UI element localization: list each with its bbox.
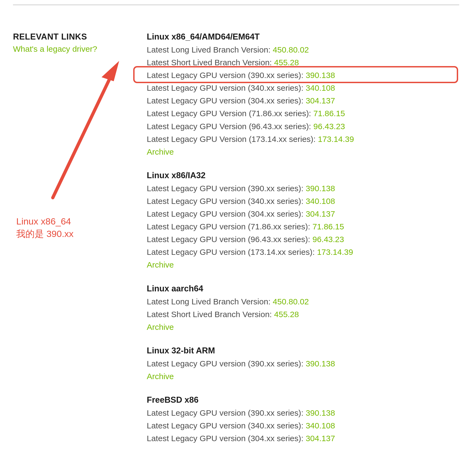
driver-version-link[interactable]: 340.108 [306, 83, 335, 92]
sidebar-title: RELEVANT LINKS [13, 32, 132, 42]
driver-entry: Latest Short Lived Branch Version: 455.2… [147, 308, 445, 321]
driver-entry-label: Latest Legacy GPU Version (173.14.xx ser… [147, 135, 318, 144]
driver-entry-label: Latest Legacy GPU version (71.86.xx seri… [147, 222, 312, 231]
annotation-text: Linux x86_64 我的是 390.xx [16, 215, 74, 240]
driver-entry-label: Latest Legacy GPU Version (96.43.xx seri… [147, 122, 313, 131]
platform-title: Linux x86_64/AMD64/EM64T [147, 32, 445, 42]
annotation-line-2: 我的是 390.xx [16, 228, 74, 240]
driver-version-link[interactable]: 340.108 [306, 197, 335, 206]
driver-entry: Latest Legacy GPU Version (173.14.xx ser… [147, 133, 445, 145]
driver-version-link[interactable]: 96.43.23 [312, 235, 344, 244]
driver-entry-label: Latest Long Lived Branch Version: [147, 45, 273, 54]
driver-entry: Latest Legacy GPU version (304.xx series… [147, 94, 445, 107]
driver-version-link[interactable]: 455.28 [274, 310, 299, 319]
driver-entry: Latest Legacy GPU version (340.xx series… [147, 82, 445, 94]
legacy-driver-link[interactable]: What's a legacy driver? [13, 44, 132, 54]
driver-version-link[interactable]: 173.14.39 [318, 135, 354, 144]
driver-version-link[interactable]: 390.138 [306, 408, 335, 417]
driver-listing: Linux x86_64/AMD64/EM64TLatest Long Live… [147, 32, 445, 445]
section-gap [147, 333, 445, 346]
driver-entry: Latest Legacy GPU version (173.14.xx ser… [147, 246, 445, 258]
driver-entry-label: Latest Legacy GPU version (304.xx series… [147, 96, 306, 105]
driver-entry-label: Latest Legacy GPU version (304.xx series… [147, 209, 306, 218]
driver-entry: Latest Legacy GPU version (340.xx series… [147, 195, 445, 207]
section-gap [147, 383, 445, 395]
driver-version-link[interactable]: 390.138 [306, 184, 335, 193]
driver-entry-label: Latest Legacy GPU version (390.xx series… [147, 184, 306, 193]
driver-version-link[interactable]: 390.138 [306, 359, 335, 368]
driver-entry: Latest Legacy GPU version (304.xx series… [147, 432, 445, 445]
driver-entry: Latest Legacy GPU version (390.xx series… [147, 406, 445, 419]
driver-entry: Latest Legacy GPU version (96.43.xx seri… [147, 233, 445, 246]
svg-marker-1 [102, 61, 119, 81]
driver-entry: Latest Legacy GPU version (71.86.xx seri… [147, 220, 445, 233]
driver-entry: Latest Legacy GPU Version (71.86.xx seri… [147, 107, 445, 120]
annotation-line-1: Linux x86_64 [16, 215, 74, 228]
driver-entry-label: Latest Legacy GPU version (173.14.xx ser… [147, 248, 317, 256]
driver-version-link[interactable]: 173.14.39 [317, 248, 353, 256]
driver-version-link[interactable]: 450.80.02 [273, 297, 309, 306]
driver-entry-label: Latest Legacy GPU version (390.xx series… [147, 359, 306, 368]
driver-entry: Latest Long Lived Branch Version: 450.80… [147, 43, 445, 56]
archive-link[interactable]: Archive [147, 370, 445, 383]
driver-entry: Latest Legacy GPU version (304.xx series… [147, 207, 445, 220]
driver-entry-label: Latest Legacy GPU Version (71.86.xx seri… [147, 109, 313, 118]
platform-title: Linux x86/IA32 [147, 171, 445, 180]
driver-entry-label: Latest Legacy GPU version (340.xx series… [147, 83, 306, 92]
driver-entry-label: Latest Legacy GPU version (304.xx series… [147, 434, 306, 443]
driver-entry-label: Latest Short Lived Branch Version: [147, 58, 274, 67]
driver-entry: Latest Legacy GPU version (340.xx series… [147, 419, 445, 432]
driver-entry: Latest Short Lived Branch Version: 455.2… [147, 56, 445, 69]
driver-entry: Latest Long Lived Branch Version: 450.80… [147, 295, 445, 308]
driver-entry-label: Latest Legacy GPU version (390.xx series… [147, 408, 306, 417]
platform-title: Linux 32-bit ARM [147, 346, 445, 356]
driver-version-link[interactable]: 96.43.23 [313, 122, 345, 131]
platform-title: FreeBSD x86 [147, 395, 445, 405]
driver-version-link[interactable]: 304.137 [306, 434, 335, 443]
section-gap [147, 271, 445, 284]
driver-entry: Latest Legacy GPU version (390.xx series… [147, 357, 445, 370]
driver-entry: Latest Legacy GPU Version (96.43.xx seri… [147, 120, 445, 133]
driver-version-link[interactable]: 390.138 [306, 71, 335, 80]
driver-entry-label: Latest Short Lived Branch Version: [147, 310, 274, 319]
svg-line-0 [53, 73, 112, 198]
driver-entry-label: Latest Legacy GPU version (96.43.xx seri… [147, 235, 312, 244]
driver-version-link[interactable]: 340.108 [306, 421, 335, 430]
platform-title: Linux aarch64 [147, 284, 445, 294]
archive-link[interactable]: Archive [147, 145, 445, 158]
archive-link[interactable]: Archive [147, 321, 445, 333]
section-gap [147, 158, 445, 171]
sidebar: RELEVANT LINKS What's a legacy driver? [13, 32, 132, 54]
driver-entry: Latest Legacy GPU version (390.xx series… [147, 69, 445, 82]
driver-entry-label: Latest Legacy GPU version (340.xx series… [147, 197, 306, 206]
driver-entry: Latest Legacy GPU version (390.xx series… [147, 182, 445, 195]
driver-version-link[interactable]: 304.137 [306, 209, 335, 218]
archive-link[interactable]: Archive [147, 258, 445, 271]
horizontal-divider [13, 5, 459, 5]
driver-version-link[interactable]: 455.28 [274, 58, 299, 67]
driver-version-link[interactable]: 304.137 [306, 96, 335, 105]
driver-entry-label: Latest Legacy GPU version (390.xx series… [147, 71, 306, 80]
driver-entry-label: Latest Legacy GPU version (340.xx series… [147, 421, 306, 430]
arrow-annotation [38, 57, 146, 219]
driver-version-link[interactable]: 450.80.02 [273, 45, 309, 54]
driver-entry-label: Latest Long Lived Branch Version: [147, 297, 273, 306]
driver-version-link[interactable]: 71.86.15 [313, 109, 345, 118]
driver-version-link[interactable]: 71.86.15 [312, 222, 344, 231]
